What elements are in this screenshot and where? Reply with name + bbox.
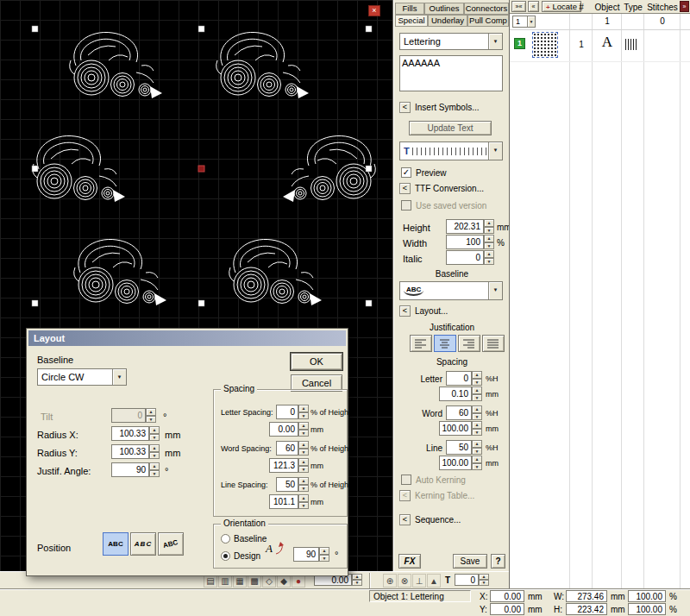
- width-percent-field[interactable]: 100.00: [628, 590, 666, 602]
- position-slant-button[interactable]: ABC: [130, 532, 156, 556]
- layout-dialog-titlebar[interactable]: Layout: [28, 330, 346, 346]
- collapse-panel-button[interactable]: »«: [511, 1, 526, 12]
- letter-spacing-mm-field[interactable]: 0.00: [269, 422, 298, 437]
- travel-count-spinner[interactable]: ▲▼: [479, 574, 489, 586]
- height-field[interactable]: 202.31: [446, 219, 484, 234]
- letter-pct-field[interactable]: 0: [446, 371, 472, 386]
- word-spacing-mm-spinner[interactable]: ▲▼: [298, 458, 309, 473]
- ttf-conversion-button[interactable]: TTF Conversion...: [415, 184, 484, 193]
- word-pct-field[interactable]: 60: [446, 405, 472, 420]
- width-value-field[interactable]: 273.46: [566, 590, 607, 602]
- position-normal-button[interactable]: ABC: [103, 532, 129, 556]
- dropdown-arrow-icon[interactable]: ▼: [488, 282, 502, 299]
- object-thumbnail[interactable]: [532, 32, 558, 58]
- object-type-letter-icon[interactable]: A: [593, 34, 622, 51]
- object-row-number[interactable]: 1: [570, 40, 593, 49]
- word-pct-spinner[interactable]: ▲▼: [472, 405, 482, 420]
- line-pct-spinner[interactable]: ▲▼: [472, 440, 482, 455]
- letter-mm-field[interactable]: 0.10: [439, 387, 472, 401]
- justify-left-button[interactable]: [410, 335, 432, 352]
- line-spacing-pct-spinner[interactable]: ▲▼: [298, 477, 309, 492]
- color-group-select[interactable]: 1 ▼: [512, 16, 536, 28]
- width-field[interactable]: 100: [446, 235, 484, 249]
- x-position-field[interactable]: 0.00: [490, 590, 524, 602]
- letter-mm-spinner[interactable]: ▲▼: [472, 387, 482, 401]
- tab-underlay[interactable]: Underlay: [428, 15, 467, 27]
- tab-connectors[interactable]: Connectors: [464, 3, 509, 15]
- anchor-icon[interactable]: ⊥: [412, 574, 426, 588]
- lettering-text-input[interactable]: AAAAAA: [399, 55, 503, 91]
- orientation-design-label[interactable]: Design: [234, 551, 260, 561]
- layout-button[interactable]: Layout...: [415, 306, 448, 316]
- pointer-icon[interactable]: ▲: [427, 574, 441, 588]
- justify-center-button[interactable]: [434, 335, 456, 352]
- justif-angle-spinner[interactable]: ▲▼: [149, 462, 160, 477]
- color-number-badge[interactable]: 1: [514, 38, 525, 49]
- panel-close-button[interactable]: »: [680, 1, 689, 12]
- orientation-angle-spinner[interactable]: ▲▼: [319, 547, 329, 562]
- tab-special[interactable]: Special: [395, 15, 428, 27]
- italic-field[interactable]: 0: [446, 250, 484, 265]
- stitch-type-icon[interactable]: [625, 39, 637, 50]
- column-header-number[interactable]: #: [570, 3, 593, 12]
- baseline-style-select[interactable]: ABC ▼: [399, 281, 503, 300]
- y-position-field[interactable]: 0.00: [490, 603, 524, 615]
- radius-x-field[interactable]: 100.33: [111, 426, 149, 441]
- line-spacing-mm-spinner[interactable]: ▲▼: [298, 494, 309, 509]
- sequence-button[interactable]: Sequence...: [415, 515, 461, 525]
- radius-x-spinner[interactable]: ▲▼: [149, 426, 160, 441]
- dropdown-arrow-icon[interactable]: ▼: [527, 16, 535, 27]
- orientation-baseline-label[interactable]: Baseline: [234, 534, 267, 544]
- line-mm-spinner[interactable]: ▲▼: [472, 456, 482, 470]
- line-mm-field[interactable]: 100.00: [439, 456, 472, 470]
- zoom-factor-spinner[interactable]: ▲▼: [352, 574, 362, 586]
- ok-button[interactable]: OK: [291, 353, 342, 370]
- insert-symbols-chevron-button[interactable]: <: [399, 102, 411, 113]
- width-spinner[interactable]: ▲▼: [484, 235, 494, 249]
- italic-spinner[interactable]: ▲▼: [484, 250, 494, 265]
- line-pct-field[interactable]: 50: [446, 440, 472, 455]
- word-spacing-mm-field[interactable]: 121.3: [269, 458, 298, 473]
- preview-label[interactable]: Preview: [416, 168, 447, 178]
- radius-y-field[interactable]: 100.33: [111, 444, 149, 459]
- tab-outlines[interactable]: Outlines: [424, 3, 464, 15]
- font-select[interactable]: T ▼: [399, 141, 503, 160]
- position-rotate-button[interactable]: ABC: [158, 532, 184, 556]
- letter-spacing-pct-field[interactable]: 0: [276, 405, 298, 419]
- orientation-design-radio[interactable]: [221, 551, 230, 561]
- tab-pull-comp[interactable]: Pull Comp: [467, 15, 509, 27]
- penetration-icon[interactable]: ⊗: [398, 574, 411, 588]
- justify-full-button[interactable]: [482, 335, 505, 352]
- dropdown-arrow-icon[interactable]: ▼: [488, 142, 502, 160]
- word-mm-field[interactable]: 100.00: [439, 421, 472, 436]
- dialog-baseline-select[interactable]: Circle CW ▼: [37, 368, 127, 386]
- word-mm-spinner[interactable]: ▲▼: [472, 421, 482, 436]
- word-spacing-pct-field[interactable]: 60: [276, 441, 298, 456]
- help-button[interactable]: ?: [491, 554, 505, 569]
- column-header-stitches[interactable]: Stitches: [644, 3, 681, 12]
- nav-back-button[interactable]: «: [528, 1, 539, 12]
- column-header-type[interactable]: Type: [622, 3, 644, 12]
- height-percent-field[interactable]: 100.00: [628, 603, 666, 615]
- layout-chevron-button[interactable]: <: [399, 305, 411, 317]
- needle-point-icon[interactable]: ⊕: [383, 574, 397, 588]
- letter-spacing-mm-spinner[interactable]: ▲▼: [298, 422, 309, 437]
- dropdown-arrow-icon[interactable]: ▼: [488, 34, 502, 49]
- fx-button[interactable]: FX: [398, 554, 421, 569]
- canvas-close-button[interactable]: ×: [368, 5, 380, 16]
- orientation-angle-field[interactable]: 90: [293, 547, 319, 562]
- letter-pct-spinner[interactable]: ▲▼: [472, 371, 482, 386]
- preview-checkbox[interactable]: ✓: [401, 167, 411, 178]
- dropdown-arrow-icon[interactable]: ▼: [112, 369, 126, 385]
- object-type-select[interactable]: Lettering ▼: [399, 33, 503, 50]
- radius-y-spinner[interactable]: ▲▼: [149, 444, 160, 459]
- insert-symbols-button[interactable]: Insert Symbols...: [415, 103, 479, 112]
- justif-angle-field[interactable]: 90: [111, 462, 149, 477]
- save-button[interactable]: Save: [453, 554, 487, 569]
- word-spacing-pct-spinner[interactable]: ▲▼: [298, 441, 309, 456]
- height-value-field[interactable]: 223.42: [566, 603, 607, 615]
- ttf-conversion-chevron-button[interactable]: <: [399, 183, 411, 194]
- line-spacing-mm-field[interactable]: 101.1: [269, 494, 298, 509]
- letter-spacing-pct-spinner[interactable]: ▲▼: [298, 405, 309, 419]
- sequence-chevron-button[interactable]: <: [399, 514, 411, 525]
